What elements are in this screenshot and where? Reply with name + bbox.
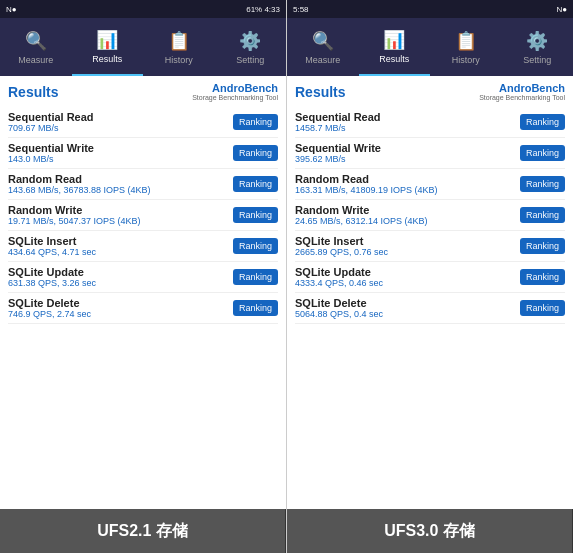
results-label: Results bbox=[379, 54, 409, 64]
nav-item-measure[interactable]: 🔍 Measure bbox=[0, 18, 72, 76]
bench-info: SQLite Update 4333.4 QPS, 0.46 sec bbox=[295, 266, 520, 288]
bench-name: SQLite Insert bbox=[295, 235, 520, 247]
ranking-button[interactable]: Ranking bbox=[520, 145, 565, 161]
measure-icon: 🔍 bbox=[312, 30, 334, 52]
ranking-button[interactable]: Ranking bbox=[520, 269, 565, 285]
results-label: Results bbox=[92, 54, 122, 64]
bench-value: 163.31 MB/s, 41809.19 IOPS (4KB) bbox=[295, 185, 520, 195]
measure-label: Measure bbox=[18, 55, 53, 65]
nav-item-setting[interactable]: ⚙️ Setting bbox=[215, 18, 287, 76]
setting-icon: ⚙️ bbox=[526, 30, 548, 52]
bench-row: SQLite Update 631.38 QPS, 3.26 sec Ranki… bbox=[8, 262, 278, 293]
ranking-button[interactable]: Ranking bbox=[233, 114, 278, 130]
bench-row: SQLite Insert 2665.89 QPS, 0.76 sec Rank… bbox=[295, 231, 565, 262]
ranking-button[interactable]: Ranking bbox=[520, 176, 565, 192]
results-icon: 📊 bbox=[383, 29, 405, 51]
bench-info: SQLite Delete 746.9 QPS, 2.74 sec bbox=[8, 297, 233, 319]
top-nav: 🔍 Measure 📊 Results 📋 History ⚙️ Setting bbox=[287, 18, 573, 76]
bench-value: 143.68 MB/s, 36783.88 IOPS (4KB) bbox=[8, 185, 233, 195]
bench-name: Random Write bbox=[295, 204, 520, 216]
ranking-button[interactable]: Ranking bbox=[233, 207, 278, 223]
ranking-button[interactable]: Ranking bbox=[520, 238, 565, 254]
bench-row: Sequential Read 1458.7 MB/s Ranking bbox=[295, 107, 565, 138]
bench-info: Random Read 143.68 MB/s, 36783.88 IOPS (… bbox=[8, 173, 233, 195]
results-title: Results bbox=[295, 84, 346, 100]
bench-name: SQLite Delete bbox=[8, 297, 233, 309]
ranking-button[interactable]: Ranking bbox=[520, 300, 565, 316]
bench-name: Sequential Write bbox=[295, 142, 520, 154]
nav-item-history[interactable]: 📋 History bbox=[430, 18, 502, 76]
bench-row: SQLite Insert 434.64 QPS, 4.71 sec Ranki… bbox=[8, 231, 278, 262]
history-label: History bbox=[452, 55, 480, 65]
bench-name: Random Read bbox=[8, 173, 233, 185]
bench-value: 24.65 MB/s, 6312.14 IOPS (4KB) bbox=[295, 216, 520, 226]
bench-value: 143.0 MB/s bbox=[8, 154, 233, 164]
bench-row: SQLite Update 4333.4 QPS, 0.46 sec Ranki… bbox=[295, 262, 565, 293]
bench-value: 2665.89 QPS, 0.76 sec bbox=[295, 247, 520, 257]
bench-name: Random Write bbox=[8, 204, 233, 216]
bench-name: SQLite Delete bbox=[295, 297, 520, 309]
logo-main: AndroBench bbox=[479, 82, 565, 94]
content-area: Results AndroBench Storage Benchmarking … bbox=[0, 76, 286, 509]
ranking-button[interactable]: Ranking bbox=[233, 238, 278, 254]
bench-name: Random Read bbox=[295, 173, 520, 185]
bench-info: Sequential Write 143.0 MB/s bbox=[8, 142, 233, 164]
status-left: N● bbox=[6, 5, 17, 14]
bench-name: Sequential Read bbox=[8, 111, 233, 123]
panel-right: 5:58 N● 🔍 Measure 📊 Results 📋 History ⚙️… bbox=[287, 0, 573, 553]
bench-name: SQLite Update bbox=[295, 266, 520, 278]
ranking-button[interactable]: Ranking bbox=[233, 145, 278, 161]
bench-row: Random Read 163.31 MB/s, 41809.19 IOPS (… bbox=[295, 169, 565, 200]
footer-label: UFS2.1 存储 bbox=[0, 509, 286, 553]
ranking-button[interactable]: Ranking bbox=[233, 300, 278, 316]
bench-row: Sequential Write 395.62 MB/s Ranking bbox=[295, 138, 565, 169]
nav-item-results[interactable]: 📊 Results bbox=[72, 18, 144, 76]
footer: UFS2.1 存储 bbox=[0, 509, 286, 553]
bench-row: Random Read 143.68 MB/s, 36783.88 IOPS (… bbox=[8, 169, 278, 200]
nav-item-setting[interactable]: ⚙️ Setting bbox=[502, 18, 574, 76]
nav-item-results[interactable]: 📊 Results bbox=[359, 18, 431, 76]
results-icon: 📊 bbox=[96, 29, 118, 51]
androbench-logo: AndroBench Storage Benchmarking Tool bbox=[479, 82, 565, 101]
main-container: N● 61% 4:33 🔍 Measure 📊 Results 📋 Histor… bbox=[0, 0, 573, 553]
bench-info: Random Write 19.71 MB/s, 5047.37 IOPS (4… bbox=[8, 204, 233, 226]
status-right: 61% 4:33 bbox=[246, 5, 280, 14]
history-icon: 📋 bbox=[455, 30, 477, 52]
bench-row: SQLite Delete 746.9 QPS, 2.74 sec Rankin… bbox=[8, 293, 278, 324]
bench-info: Sequential Write 395.62 MB/s bbox=[295, 142, 520, 164]
bench-info: Sequential Read 709.67 MB/s bbox=[8, 111, 233, 133]
ranking-button[interactable]: Ranking bbox=[520, 207, 565, 223]
bench-row: Sequential Write 143.0 MB/s Ranking bbox=[8, 138, 278, 169]
status-bar: 5:58 N● bbox=[287, 0, 573, 18]
setting-label: Setting bbox=[523, 55, 551, 65]
bench-info: Random Write 24.65 MB/s, 6312.14 IOPS (4… bbox=[295, 204, 520, 226]
bench-row: Sequential Read 709.67 MB/s Ranking bbox=[8, 107, 278, 138]
bench-info: Random Read 163.31 MB/s, 41809.19 IOPS (… bbox=[295, 173, 520, 195]
nav-item-history[interactable]: 📋 History bbox=[143, 18, 215, 76]
setting-icon: ⚙️ bbox=[239, 30, 261, 52]
bench-value: 631.38 QPS, 3.26 sec bbox=[8, 278, 233, 288]
nav-item-measure[interactable]: 🔍 Measure bbox=[287, 18, 359, 76]
bench-row: Random Write 24.65 MB/s, 6312.14 IOPS (4… bbox=[295, 200, 565, 231]
ranking-button[interactable]: Ranking bbox=[233, 176, 278, 192]
footer-label: UFS3.0 存储 bbox=[287, 509, 573, 553]
bench-value: 395.62 MB/s bbox=[295, 154, 520, 164]
history-icon: 📋 bbox=[168, 30, 190, 52]
bench-value: 5064.88 QPS, 0.4 sec bbox=[295, 309, 520, 319]
setting-label: Setting bbox=[236, 55, 264, 65]
bench-value: 709.67 MB/s bbox=[8, 123, 233, 133]
bench-row: Random Write 19.71 MB/s, 5047.37 IOPS (4… bbox=[8, 200, 278, 231]
bench-info: SQLite Delete 5064.88 QPS, 0.4 sec bbox=[295, 297, 520, 319]
logo-sub: Storage Benchmarking Tool bbox=[479, 94, 565, 101]
logo-main: AndroBench bbox=[192, 82, 278, 94]
bench-info: Sequential Read 1458.7 MB/s bbox=[295, 111, 520, 133]
measure-label: Measure bbox=[305, 55, 340, 65]
ranking-button[interactable]: Ranking bbox=[233, 269, 278, 285]
bench-row: SQLite Delete 5064.88 QPS, 0.4 sec Ranki… bbox=[295, 293, 565, 324]
bench-name: SQLite Update bbox=[8, 266, 233, 278]
androbench-logo: AndroBench Storage Benchmarking Tool bbox=[192, 82, 278, 101]
bench-info: SQLite Insert 2665.89 QPS, 0.76 sec bbox=[295, 235, 520, 257]
logo-sub: Storage Benchmarking Tool bbox=[192, 94, 278, 101]
ranking-button[interactable]: Ranking bbox=[520, 114, 565, 130]
results-header: Results AndroBench Storage Benchmarking … bbox=[295, 82, 565, 101]
